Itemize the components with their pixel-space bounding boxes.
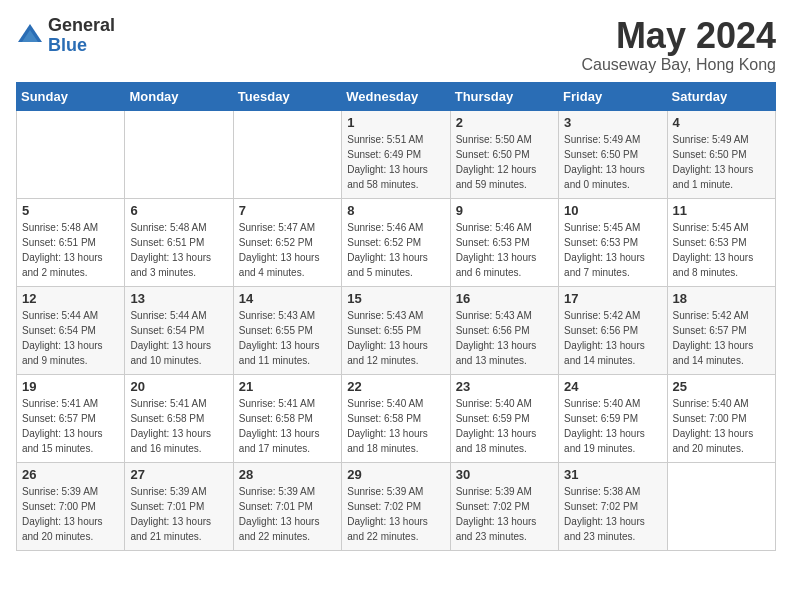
day-number: 16 (456, 291, 553, 306)
logo-general-label: General (48, 16, 115, 36)
day-number: 13 (130, 291, 227, 306)
header-monday: Monday (125, 82, 233, 110)
day-info: Sunrise: 5:45 AMSunset: 6:53 PMDaylight:… (564, 220, 661, 280)
calendar-cell: 13Sunrise: 5:44 AMSunset: 6:54 PMDayligh… (125, 286, 233, 374)
day-number: 9 (456, 203, 553, 218)
logo: General Blue (16, 16, 115, 56)
day-number: 20 (130, 379, 227, 394)
calendar-cell: 3Sunrise: 5:49 AMSunset: 6:50 PMDaylight… (559, 110, 667, 198)
calendar-cell: 20Sunrise: 5:41 AMSunset: 6:58 PMDayligh… (125, 374, 233, 462)
day-info: Sunrise: 5:40 AMSunset: 7:00 PMDaylight:… (673, 396, 770, 456)
calendar-cell: 16Sunrise: 5:43 AMSunset: 6:56 PMDayligh… (450, 286, 558, 374)
day-info: Sunrise: 5:47 AMSunset: 6:52 PMDaylight:… (239, 220, 336, 280)
calendar-cell: 6Sunrise: 5:48 AMSunset: 6:51 PMDaylight… (125, 198, 233, 286)
day-number: 7 (239, 203, 336, 218)
day-info: Sunrise: 5:46 AMSunset: 6:53 PMDaylight:… (456, 220, 553, 280)
day-info: Sunrise: 5:43 AMSunset: 6:55 PMDaylight:… (239, 308, 336, 368)
day-info: Sunrise: 5:48 AMSunset: 6:51 PMDaylight:… (130, 220, 227, 280)
day-number: 3 (564, 115, 661, 130)
day-number: 14 (239, 291, 336, 306)
day-number: 12 (22, 291, 119, 306)
day-info: Sunrise: 5:39 AMSunset: 7:02 PMDaylight:… (347, 484, 444, 544)
day-info: Sunrise: 5:50 AMSunset: 6:50 PMDaylight:… (456, 132, 553, 192)
calendar-cell: 1Sunrise: 5:51 AMSunset: 6:49 PMDaylight… (342, 110, 450, 198)
day-info: Sunrise: 5:42 AMSunset: 6:57 PMDaylight:… (673, 308, 770, 368)
day-info: Sunrise: 5:43 AMSunset: 6:55 PMDaylight:… (347, 308, 444, 368)
day-number: 17 (564, 291, 661, 306)
calendar-week-row: 5Sunrise: 5:48 AMSunset: 6:51 PMDaylight… (17, 198, 776, 286)
calendar-cell: 23Sunrise: 5:40 AMSunset: 6:59 PMDayligh… (450, 374, 558, 462)
calendar-cell: 28Sunrise: 5:39 AMSunset: 7:01 PMDayligh… (233, 462, 341, 550)
day-number: 2 (456, 115, 553, 130)
day-info: Sunrise: 5:48 AMSunset: 6:51 PMDaylight:… (22, 220, 119, 280)
day-info: Sunrise: 5:51 AMSunset: 6:49 PMDaylight:… (347, 132, 444, 192)
day-number: 25 (673, 379, 770, 394)
day-info: Sunrise: 5:49 AMSunset: 6:50 PMDaylight:… (673, 132, 770, 192)
calendar-cell: 14Sunrise: 5:43 AMSunset: 6:55 PMDayligh… (233, 286, 341, 374)
day-number: 30 (456, 467, 553, 482)
day-number: 18 (673, 291, 770, 306)
calendar-cell: 19Sunrise: 5:41 AMSunset: 6:57 PMDayligh… (17, 374, 125, 462)
calendar-cell: 25Sunrise: 5:40 AMSunset: 7:00 PMDayligh… (667, 374, 775, 462)
calendar-cell: 22Sunrise: 5:40 AMSunset: 6:58 PMDayligh… (342, 374, 450, 462)
day-info: Sunrise: 5:41 AMSunset: 6:58 PMDaylight:… (130, 396, 227, 456)
day-info: Sunrise: 5:39 AMSunset: 7:01 PMDaylight:… (239, 484, 336, 544)
day-info: Sunrise: 5:40 AMSunset: 6:59 PMDaylight:… (456, 396, 553, 456)
calendar-cell: 29Sunrise: 5:39 AMSunset: 7:02 PMDayligh… (342, 462, 450, 550)
calendar-week-row: 12Sunrise: 5:44 AMSunset: 6:54 PMDayligh… (17, 286, 776, 374)
logo-blue-label: Blue (48, 36, 115, 56)
calendar-cell: 11Sunrise: 5:45 AMSunset: 6:53 PMDayligh… (667, 198, 775, 286)
calendar-cell: 27Sunrise: 5:39 AMSunset: 7:01 PMDayligh… (125, 462, 233, 550)
calendar-cell (667, 462, 775, 550)
header-wednesday: Wednesday (342, 82, 450, 110)
header-thursday: Thursday (450, 82, 558, 110)
day-info: Sunrise: 5:40 AMSunset: 6:58 PMDaylight:… (347, 396, 444, 456)
logo-icon (16, 22, 44, 50)
day-number: 8 (347, 203, 444, 218)
calendar-cell (233, 110, 341, 198)
header-friday: Friday (559, 82, 667, 110)
day-number: 10 (564, 203, 661, 218)
day-number: 15 (347, 291, 444, 306)
calendar-cell: 8Sunrise: 5:46 AMSunset: 6:52 PMDaylight… (342, 198, 450, 286)
day-number: 4 (673, 115, 770, 130)
calendar-header-row: SundayMondayTuesdayWednesdayThursdayFrid… (17, 82, 776, 110)
calendar-cell: 26Sunrise: 5:39 AMSunset: 7:00 PMDayligh… (17, 462, 125, 550)
day-number: 6 (130, 203, 227, 218)
calendar-cell: 18Sunrise: 5:42 AMSunset: 6:57 PMDayligh… (667, 286, 775, 374)
day-info: Sunrise: 5:46 AMSunset: 6:52 PMDaylight:… (347, 220, 444, 280)
day-number: 1 (347, 115, 444, 130)
title-area: May 2024 Causeway Bay, Hong Kong (582, 16, 776, 74)
day-number: 21 (239, 379, 336, 394)
day-info: Sunrise: 5:41 AMSunset: 6:57 PMDaylight:… (22, 396, 119, 456)
day-info: Sunrise: 5:45 AMSunset: 6:53 PMDaylight:… (673, 220, 770, 280)
header-sunday: Sunday (17, 82, 125, 110)
day-number: 11 (673, 203, 770, 218)
month-title: May 2024 (582, 16, 776, 56)
calendar-cell: 9Sunrise: 5:46 AMSunset: 6:53 PMDaylight… (450, 198, 558, 286)
calendar-cell: 2Sunrise: 5:50 AMSunset: 6:50 PMDaylight… (450, 110, 558, 198)
day-number: 27 (130, 467, 227, 482)
day-number: 19 (22, 379, 119, 394)
day-number: 28 (239, 467, 336, 482)
calendar-cell: 7Sunrise: 5:47 AMSunset: 6:52 PMDaylight… (233, 198, 341, 286)
day-number: 26 (22, 467, 119, 482)
day-info: Sunrise: 5:41 AMSunset: 6:58 PMDaylight:… (239, 396, 336, 456)
logo-text: General Blue (48, 16, 115, 56)
day-number: 24 (564, 379, 661, 394)
calendar-cell: 30Sunrise: 5:39 AMSunset: 7:02 PMDayligh… (450, 462, 558, 550)
header-tuesday: Tuesday (233, 82, 341, 110)
location-title: Causeway Bay, Hong Kong (582, 56, 776, 74)
calendar-cell: 17Sunrise: 5:42 AMSunset: 6:56 PMDayligh… (559, 286, 667, 374)
day-info: Sunrise: 5:43 AMSunset: 6:56 PMDaylight:… (456, 308, 553, 368)
day-info: Sunrise: 5:40 AMSunset: 6:59 PMDaylight:… (564, 396, 661, 456)
calendar-week-row: 26Sunrise: 5:39 AMSunset: 7:00 PMDayligh… (17, 462, 776, 550)
day-info: Sunrise: 5:38 AMSunset: 7:02 PMDaylight:… (564, 484, 661, 544)
calendar-cell: 4Sunrise: 5:49 AMSunset: 6:50 PMDaylight… (667, 110, 775, 198)
day-info: Sunrise: 5:39 AMSunset: 7:00 PMDaylight:… (22, 484, 119, 544)
day-info: Sunrise: 5:44 AMSunset: 6:54 PMDaylight:… (22, 308, 119, 368)
calendar-cell: 12Sunrise: 5:44 AMSunset: 6:54 PMDayligh… (17, 286, 125, 374)
calendar-cell: 10Sunrise: 5:45 AMSunset: 6:53 PMDayligh… (559, 198, 667, 286)
calendar-week-row: 1Sunrise: 5:51 AMSunset: 6:49 PMDaylight… (17, 110, 776, 198)
calendar-cell (17, 110, 125, 198)
